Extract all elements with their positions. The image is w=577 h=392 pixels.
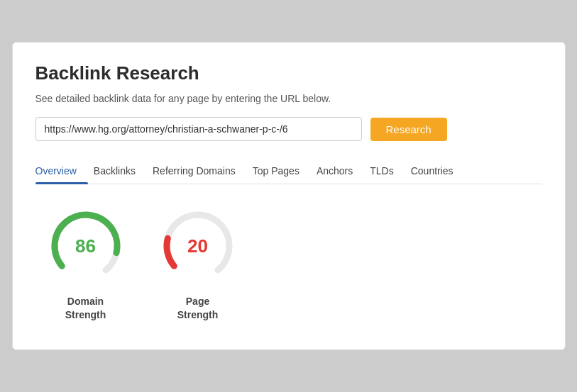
tab-referring-domains[interactable]: Referring Domains: [153, 158, 247, 184]
search-row: Research: [35, 117, 542, 141]
tab-overview[interactable]: Overview: [35, 158, 88, 184]
tab-tlds[interactable]: TLDs: [370, 158, 405, 184]
main-card: Backlink Research See detailed backlink …: [12, 42, 566, 349]
metric-label-page-strength: PageStrength: [177, 295, 219, 320]
gauge-value-domain-strength: 86: [75, 235, 96, 257]
gauge-page-strength: 20: [159, 207, 237, 285]
gauge-domain-strength: 86: [47, 207, 125, 285]
tab-backlinks[interactable]: Backlinks: [94, 158, 147, 184]
tab-countries[interactable]: Countries: [411, 158, 465, 184]
tabs-bar: OverviewBacklinksReferring DomainsTop Pa…: [35, 158, 542, 184]
subtitle: See detailed backlink data for any page …: [35, 93, 542, 104]
gauge-value-page-strength: 20: [187, 235, 208, 257]
research-button[interactable]: Research: [370, 118, 447, 141]
metric-domain-strength: 86 DomainStrength: [47, 207, 125, 320]
tab-top-pages[interactable]: Top Pages: [253, 158, 311, 184]
metric-page-strength: 20 PageStrength: [159, 207, 237, 320]
search-input[interactable]: [35, 117, 362, 141]
tab-anchors[interactable]: Anchors: [317, 158, 364, 184]
metrics-row: 86 DomainStrength 20 PageStrength: [35, 207, 542, 320]
page-title: Backlink Research: [35, 62, 542, 84]
metric-label-domain-strength: DomainStrength: [65, 295, 106, 320]
